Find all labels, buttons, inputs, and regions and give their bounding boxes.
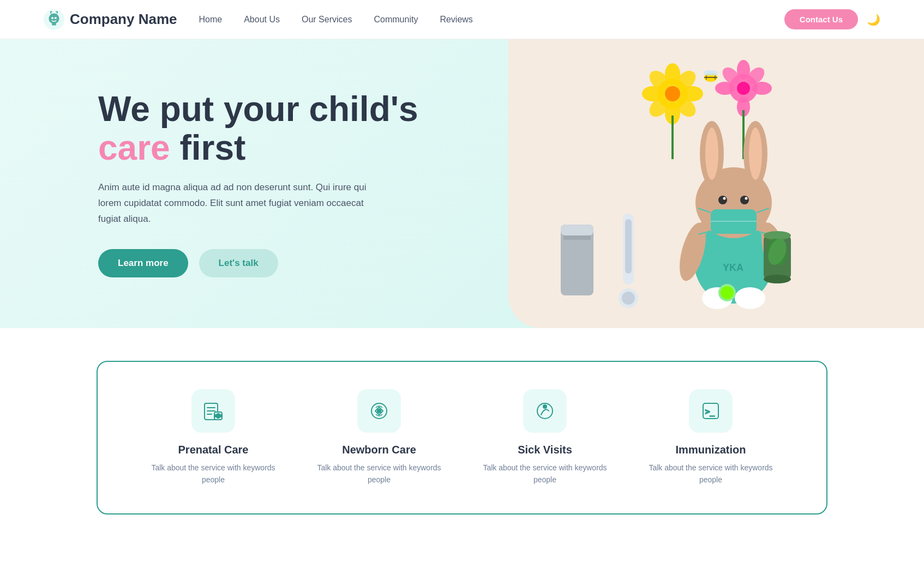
sick-visits-title: Sick Visits: [518, 444, 572, 456]
prenatal-care-title: Prenatal Care: [178, 444, 249, 456]
nav-link-about[interactable]: About Us: [244, 15, 280, 24]
svg-point-60: [764, 275, 791, 283]
nav-right: Contact Us 🌙: [784, 9, 880, 29]
hero-care-word: care: [98, 128, 170, 167]
hero-image-area: YKA: [508, 39, 924, 328]
svg-point-26: [709, 70, 718, 76]
nav-link-community[interactable]: Community: [374, 15, 418, 24]
svg-point-41: [740, 196, 749, 204]
immunization-icon-wrap: >_: [689, 389, 733, 433]
svg-point-42: [723, 197, 725, 200]
service-item-immunization: >_ Immunization Talk about the service w…: [645, 389, 776, 486]
newborn-care-icon: [368, 400, 390, 422]
service-item-prenatal: Prenatal Care Talk about the service wit…: [148, 389, 279, 486]
newborn-care-icon-wrap: [357, 389, 401, 433]
dark-mode-button[interactable]: 🌙: [867, 13, 880, 26]
svg-text:>_: >_: [705, 407, 715, 416]
lets-talk-button[interactable]: Let's talk: [199, 249, 278, 277]
hero-section: We put your child's care first Anim aute…: [0, 39, 924, 328]
svg-text:YKA: YKA: [723, 262, 743, 273]
svg-point-4: [665, 86, 680, 101]
svg-rect-55: [625, 219, 632, 274]
newborn-care-title: Newborn Care: [342, 444, 416, 456]
sick-visits-desc: Talk about the service with keywords peo…: [479, 462, 610, 486]
svg-rect-53: [563, 235, 591, 240]
svg-rect-71: [215, 415, 221, 417]
svg-point-14: [737, 82, 750, 95]
nav-link-home[interactable]: Home: [199, 15, 223, 24]
nav-link-services[interactable]: Our Services: [302, 15, 352, 24]
svg-point-38: [705, 128, 718, 180]
service-item-newborn: Newborn Care Talk about the service with…: [314, 389, 445, 486]
company-name: Company Name: [70, 11, 177, 28]
svg-point-75: [543, 405, 547, 408]
services-card: Prenatal Care Talk about the service wit…: [97, 361, 827, 514]
learn-more-button[interactable]: Learn more: [98, 249, 188, 277]
hero-content: We put your child's care first Anim aute…: [0, 39, 508, 328]
svg-rect-52: [561, 225, 593, 235]
svg-point-59: [764, 231, 791, 240]
nav-link-reviews[interactable]: Reviews: [440, 15, 472, 24]
sick-visits-icon-wrap: [523, 389, 567, 433]
vase-illustration: [755, 230, 799, 295]
nav-logo[interactable]: Company Name: [44, 9, 177, 30]
svg-point-2: [55, 17, 57, 19]
immunization-desc: Talk about the service with keywords peo…: [645, 462, 776, 486]
svg-point-64: [721, 286, 734, 299]
svg-point-40: [718, 196, 727, 204]
prenatal-care-desc: Talk about the service with keywords peo…: [148, 462, 279, 486]
services-section: Prenatal Care Talk about the service wit…: [0, 328, 924, 514]
lime-illustration: [716, 282, 738, 304]
newborn-care-desc: Talk about the service with keywords peo…: [314, 462, 445, 486]
hero-buttons: Learn more Let's talk: [98, 249, 465, 277]
service-item-sick: Sick Visits Talk about the service with …: [479, 389, 610, 486]
svg-point-43: [745, 197, 747, 200]
hero-title: We put your child's care first: [98, 90, 465, 167]
immunization-title: Immunization: [676, 444, 746, 456]
prenatal-care-icon-wrap: [191, 389, 235, 433]
svg-point-57: [622, 292, 635, 305]
navbar: Company Name Home About Us Our Services …: [0, 0, 924, 39]
contact-button[interactable]: Contact Us: [784, 9, 858, 29]
svg-point-39: [749, 128, 762, 180]
hero-photo: YKA: [508, 39, 924, 328]
svg-point-1: [51, 17, 53, 19]
canister-illustration: [550, 219, 604, 306]
thermometer-illustration: [612, 214, 645, 312]
immunization-icon: >_: [700, 400, 722, 422]
svg-point-73: [377, 409, 381, 413]
sick-visits-icon: [534, 400, 556, 422]
hero-subtitle: Anim aute id magna aliqua ad ad non dese…: [98, 180, 371, 227]
prenatal-care-icon: [202, 400, 224, 422]
